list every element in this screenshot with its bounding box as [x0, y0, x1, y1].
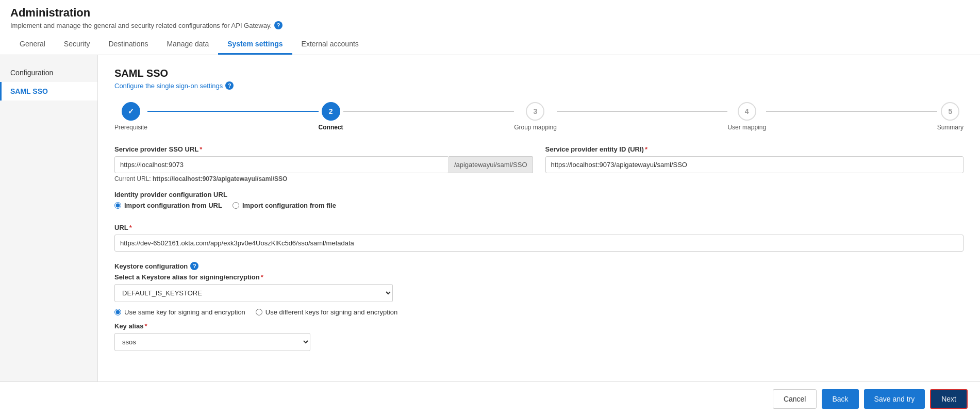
step-circle-prerequisite: ✓ [122, 102, 140, 121]
next-button[interactable]: Next [930, 389, 968, 409]
step-group-mapping: 3 Group mapping [514, 102, 557, 131]
content-help-icon[interactable]: ? [225, 81, 234, 90]
sidebar-item-saml-sso[interactable]: SAML SSO [0, 82, 97, 101]
key-alias-select[interactable]: ssos [114, 333, 310, 351]
tab-destinations[interactable]: Destinations [99, 35, 157, 55]
cancel-button[interactable]: Cancel [773, 389, 817, 409]
radio-diff-key-input[interactable] [256, 309, 262, 315]
form-group-url: URL* [114, 224, 964, 252]
sso-url-append: /apigatewayui/saml/SSO [449, 156, 533, 173]
page-title: Administration [10, 6, 970, 20]
radio-diff-key-label: Use different keys for signing and encry… [265, 308, 397, 316]
step-connect: 2 Connect [319, 102, 343, 131]
step-label-user-mapping: User mapping [727, 124, 766, 131]
form-group-keystore: Keystore configuration ? Select a Keysto… [114, 262, 964, 302]
sso-url-input[interactable] [114, 156, 449, 173]
main-tabs: General Security Destinations Manage dat… [10, 35, 970, 55]
radio-same-key[interactable]: Use same key for signing and encryption [114, 308, 245, 316]
tab-security[interactable]: Security [55, 35, 99, 55]
step-label-summary: Summary [937, 124, 964, 131]
step-label-connect: Connect [319, 124, 343, 131]
step-circle-connect: 2 [322, 102, 340, 121]
current-url-label: Current URL: [114, 175, 151, 182]
idp-config-label: Identity provider configuration URL [114, 191, 964, 198]
stepper: ✓ Prerequisite 2 Connect 3 Group mapping… [114, 102, 964, 131]
idp-radio-group: Import configuration from URL Import con… [114, 202, 964, 212]
sso-url-input-group: /apigatewayui/saml/SSO [114, 156, 533, 173]
form-group-entity-id: Service provider entity ID (URI)* [545, 145, 964, 182]
step-user-mapping: 4 User mapping [727, 102, 766, 131]
content-title: SAML SSO [114, 68, 964, 79]
radio-diff-key[interactable]: Use different keys for signing and encry… [256, 308, 397, 316]
form-row-urls: Service provider SSO URL* /apigatewayui/… [114, 145, 964, 182]
entity-id-label: Service provider entity ID (URI)* [545, 145, 964, 153]
sidebar-item-configuration[interactable]: Configuration [0, 63, 97, 82]
tab-manage-data[interactable]: Manage data [157, 35, 218, 55]
step-circle-group-mapping: 3 [526, 102, 544, 121]
tab-general[interactable]: General [10, 35, 55, 55]
page-subtitle: Implement and manage the general and sec… [10, 21, 970, 29]
form-group-sso-url: Service provider SSO URL* /apigatewayui/… [114, 145, 533, 182]
keystore-alias-label: Select a Keystore alias for signing/encr… [114, 273, 964, 281]
radio-import-file-input[interactable] [232, 202, 239, 209]
tab-system-settings[interactable]: System settings [218, 35, 292, 55]
content-subtitle: Configure the single sign-on settings ? [114, 81, 964, 90]
back-button[interactable]: Back [822, 389, 858, 409]
keystore-label: Keystore configuration ? [114, 262, 964, 270]
keystore-help-icon[interactable]: ? [190, 262, 198, 270]
form-group-key-alias: Key alias* ssos [114, 322, 964, 351]
step-label-group-mapping: Group mapping [514, 124, 557, 131]
radio-import-url-input[interactable] [114, 202, 121, 209]
connector-1 [147, 111, 319, 112]
key-signing-radio-group: Use same key for signing and encryption … [114, 308, 964, 316]
radio-import-url-label: Import configuration from URL [124, 202, 222, 209]
connector-4 [766, 111, 937, 112]
step-summary: 5 Summary [937, 102, 964, 131]
sso-url-label: Service provider SSO URL* [114, 145, 533, 153]
entity-id-input[interactable] [545, 156, 964, 173]
key-alias-label: Key alias* [114, 322, 964, 330]
radio-import-file[interactable]: Import configuration from file [232, 202, 336, 209]
step-prerequisite: ✓ Prerequisite [114, 102, 147, 131]
radio-same-key-label: Use same key for signing and encryption [124, 308, 245, 316]
step-circle-user-mapping: 4 [738, 102, 756, 121]
footer: Cancel Back Save and try Next [0, 381, 980, 414]
save-and-try-button[interactable]: Save and try [864, 389, 925, 409]
main-content: SAML SSO Configure the single sign-on se… [98, 55, 980, 414]
form-group-idp-config: Identity provider configuration URL Impo… [114, 191, 964, 219]
header-help-icon[interactable]: ? [274, 21, 283, 29]
radio-import-url[interactable]: Import configuration from URL [114, 202, 222, 209]
current-url-display: Current URL: https://localhost:9073/apig… [114, 175, 533, 182]
radio-same-key-input[interactable] [114, 309, 121, 315]
step-circle-summary: 5 [941, 102, 959, 121]
tab-external-accounts[interactable]: External accounts [292, 35, 368, 55]
connector-2 [343, 111, 514, 112]
keystore-alias-select[interactable]: DEFAULT_IS_KEYSTORE [114, 284, 393, 302]
connector-3 [557, 111, 728, 112]
step-label-prerequisite: Prerequisite [114, 124, 147, 131]
url-label: URL* [114, 224, 964, 231]
current-url-value: https://localhost:9073/apigatewayui/saml… [153, 175, 287, 182]
radio-import-file-label: Import configuration from file [242, 202, 336, 209]
url-input[interactable] [114, 235, 964, 252]
sidebar: Configuration SAML SSO [0, 55, 98, 414]
